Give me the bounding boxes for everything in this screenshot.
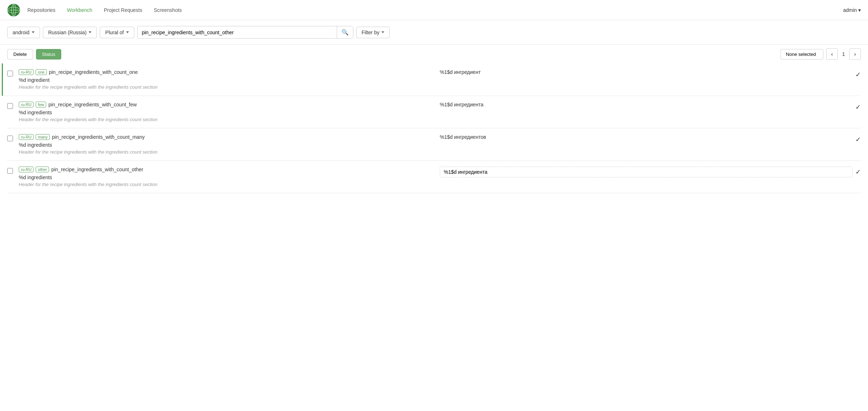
translation-row: ru-RU many pin_recipe_ingredients_with_c… bbox=[7, 128, 861, 161]
plural-dropdown[interactable]: Plural of bbox=[100, 27, 134, 38]
description-text: Header for the recipe ingredients with t… bbox=[19, 182, 440, 187]
status-button[interactable]: Status bbox=[36, 49, 62, 59]
row-tags: ru-RU one pin_recipe_ingredients_with_co… bbox=[19, 69, 440, 75]
language-dropdown[interactable]: Russian (Russia) bbox=[43, 27, 97, 38]
translations-container: ru-RU one pin_recipe_ingredients_with_co… bbox=[0, 63, 868, 193]
key-name: pin_recipe_ingredients_with_count_many bbox=[52, 134, 145, 140]
plural-tag: many bbox=[36, 134, 50, 140]
translation-value-container: %1$d ингредиент bbox=[440, 69, 853, 75]
row-content: ru-RU one pin_recipe_ingredients_with_co… bbox=[19, 69, 861, 90]
language-caret-icon bbox=[89, 31, 91, 33]
prev-page-button[interactable]: ‹ bbox=[826, 48, 838, 60]
search-container: 🔍 bbox=[137, 26, 353, 39]
row-left: ru-RU many pin_recipe_ingredients_with_c… bbox=[19, 134, 440, 155]
translation-text: %1$d ингредиентов bbox=[440, 134, 486, 140]
search-icon: 🔍 bbox=[341, 29, 349, 35]
row-right: %1$d ингредиента ✓ bbox=[440, 102, 861, 111]
plural-caret-icon bbox=[126, 31, 129, 33]
description-text: Header for the recipe ingredients with t… bbox=[19, 84, 440, 90]
pagination: ‹ 1 › bbox=[826, 48, 861, 60]
row-right: %1$d ингредиентов ✓ bbox=[440, 134, 861, 143]
translation-row: ru-RU few pin_recipe_ingredients_with_co… bbox=[7, 96, 861, 128]
filter-caret-icon bbox=[381, 31, 384, 33]
row-tags: ru-RU few pin_recipe_ingredients_with_co… bbox=[19, 102, 440, 107]
toolbar: android Russian (Russia) Plural of 🔍 Fil… bbox=[0, 20, 868, 45]
actions-bar: Delete Status None selected ‹ 1 › bbox=[0, 45, 868, 63]
actions-left: Delete Status bbox=[7, 49, 61, 59]
next-page-button[interactable]: › bbox=[849, 48, 861, 60]
nav-repositories[interactable]: Repositories bbox=[27, 7, 55, 13]
plural-tag: one bbox=[36, 69, 46, 75]
user-menu[interactable]: admin ▾ bbox=[843, 7, 861, 13]
description-text: Header for the recipe ingredients with t… bbox=[19, 117, 440, 122]
row-checkbox[interactable] bbox=[7, 136, 13, 141]
filter-dropdown[interactable]: Filter by bbox=[356, 27, 390, 38]
translation-row: ru-RU one pin_recipe_ingredients_with_co… bbox=[2, 63, 861, 96]
row-content: ru-RU other pin_recipe_ingredients_with_… bbox=[19, 167, 861, 187]
plural-tag: other bbox=[36, 167, 49, 172]
none-selected-dropdown[interactable]: None selected bbox=[780, 49, 823, 59]
key-name: pin_recipe_ingredients_with_count_one bbox=[49, 69, 138, 75]
row-checkbox[interactable] bbox=[7, 103, 13, 109]
search-input[interactable] bbox=[138, 27, 337, 38]
translation-value-container: %1$d ингредиентов bbox=[440, 134, 853, 140]
platform-caret-icon bbox=[32, 31, 35, 33]
key-name: pin_recipe_ingredients_with_count_few bbox=[48, 102, 137, 107]
key-name: pin_recipe_ingredients_with_count_other bbox=[51, 167, 143, 172]
source-text: %d ingredient bbox=[19, 77, 440, 83]
row-tags: ru-RU other pin_recipe_ingredients_with_… bbox=[19, 167, 440, 172]
row-content: ru-RU few pin_recipe_ingredients_with_co… bbox=[19, 102, 861, 122]
app-logo bbox=[7, 4, 20, 17]
row-right: ✓ bbox=[440, 167, 861, 177]
filter-label: Filter by bbox=[362, 30, 380, 35]
check-icon: ✓ bbox=[855, 103, 861, 111]
platform-label: android bbox=[13, 30, 30, 35]
locale-tag: ru-RU bbox=[19, 69, 33, 75]
check-icon: ✓ bbox=[855, 71, 861, 79]
row-checkbox[interactable] bbox=[7, 71, 13, 76]
translation-text: %1$d ингредиент bbox=[440, 69, 481, 75]
plural-label: Plural of bbox=[105, 30, 124, 35]
row-right: %1$d ингредиент ✓ bbox=[440, 69, 861, 79]
delete-button[interactable]: Delete bbox=[7, 49, 33, 59]
plural-tag: few bbox=[36, 102, 46, 107]
check-icon: ✓ bbox=[855, 136, 861, 143]
row-left: ru-RU one pin_recipe_ingredients_with_co… bbox=[19, 69, 440, 90]
row-left: ru-RU other pin_recipe_ingredients_with_… bbox=[19, 167, 440, 187]
nav-screenshots[interactable]: Screenshots bbox=[154, 7, 182, 13]
row-left: ru-RU few pin_recipe_ingredients_with_co… bbox=[19, 102, 440, 122]
platform-dropdown[interactable]: android bbox=[7, 27, 40, 38]
nav-project-requests[interactable]: Project Requests bbox=[104, 7, 142, 13]
translation-input[interactable] bbox=[440, 167, 853, 177]
check-icon: ✓ bbox=[855, 168, 861, 176]
row-tags: ru-RU many pin_recipe_ingredients_with_c… bbox=[19, 134, 440, 140]
row-checkbox[interactable] bbox=[7, 168, 13, 174]
page-number: 1 bbox=[839, 51, 848, 57]
row-content: ru-RU many pin_recipe_ingredients_with_c… bbox=[19, 134, 861, 155]
translation-row: ru-RU other pin_recipe_ingredients_with_… bbox=[7, 161, 861, 193]
source-text: %d ingredients bbox=[19, 174, 440, 180]
description-text: Header for the recipe ingredients with t… bbox=[19, 149, 440, 155]
language-label: Russian (Russia) bbox=[48, 30, 87, 35]
source-text: %d ingredients bbox=[19, 110, 440, 115]
translation-value-container: %1$d ингредиента bbox=[440, 102, 853, 107]
navbar: Repositories Workbench Project Requests … bbox=[0, 0, 868, 20]
locale-tag: ru-RU bbox=[19, 167, 33, 172]
translation-text: %1$d ингредиента bbox=[440, 102, 483, 107]
translation-value-container bbox=[440, 167, 853, 177]
search-button[interactable]: 🔍 bbox=[337, 26, 353, 38]
nav-workbench[interactable]: Workbench bbox=[67, 7, 93, 13]
source-text: %d ingredients bbox=[19, 142, 440, 148]
none-selected-label: None selected bbox=[786, 52, 816, 57]
locale-tag: ru-RU bbox=[19, 102, 33, 107]
locale-tag: ru-RU bbox=[19, 134, 33, 140]
nav-links: Repositories Workbench Project Requests … bbox=[27, 7, 843, 13]
actions-right: None selected ‹ 1 › bbox=[780, 48, 861, 60]
